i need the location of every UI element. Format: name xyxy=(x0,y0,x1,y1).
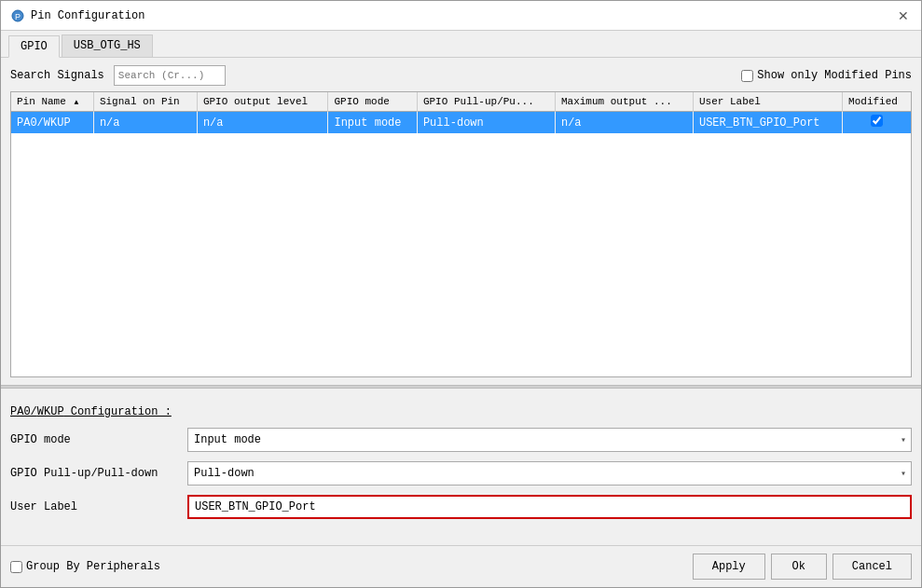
modified-checkbox[interactable] xyxy=(871,115,883,127)
gpio-mode-select-wrapper: Input modeOutput Push PullOutput Open Dr… xyxy=(187,428,912,452)
content-area: Search Signals Show only Modified Pins P… xyxy=(1,58,921,545)
svg-text:P: P xyxy=(15,12,21,21)
table-cell-modified xyxy=(843,112,911,134)
bottom-bar: Group By Peripherals Apply Ok Cancel xyxy=(1,545,921,587)
config-section: PA0/WKUP Configuration : GPIO mode Input… xyxy=(10,396,912,538)
gpio-mode-label: GPIO mode xyxy=(10,433,178,446)
col-output-level: GPIO output level xyxy=(197,92,328,112)
tab-gpio[interactable]: GPIO xyxy=(8,35,60,58)
cancel-button[interactable]: Cancel xyxy=(833,554,912,580)
apply-button[interactable]: Apply xyxy=(693,554,765,580)
show-modified-checkbox[interactable] xyxy=(741,70,753,82)
search-input-wrapper xyxy=(114,65,226,86)
title-bar: P Pin Configuration ✕ xyxy=(1,1,921,31)
col-user-label: User Label xyxy=(693,92,842,112)
gpio-pull-select[interactable]: No pull-up and no pull-downPull-upPull-d… xyxy=(187,461,912,485)
ok-button[interactable]: Ok xyxy=(771,554,827,580)
table-header-row: Pin Name ▲ Signal on Pin GPIO output lev… xyxy=(11,92,911,112)
table-cell-col-5: n/a xyxy=(555,112,693,134)
config-gpio-pull-row: GPIO Pull-up/Pull-down No pull-up and no… xyxy=(10,461,912,485)
show-modified-text: Show only Modified Pins xyxy=(757,69,912,82)
search-input[interactable] xyxy=(118,70,221,81)
search-label: Search Signals xyxy=(10,69,104,82)
config-gpio-mode-row: GPIO mode Input modeOutput Push PullOutp… xyxy=(10,428,912,452)
section-divider xyxy=(1,385,921,389)
col-pull: GPIO Pull-up/Pu... xyxy=(417,92,555,112)
config-user-label-row: User Label xyxy=(10,495,912,519)
user-label-input[interactable] xyxy=(187,495,912,519)
col-modified: Modified xyxy=(843,92,911,112)
title-bar-left: P Pin Configuration xyxy=(10,8,144,23)
col-pin-name: Pin Name ▲ xyxy=(11,92,93,112)
tab-usb-otg-hs[interactable]: USB_OTG_HS xyxy=(62,34,153,57)
table-cell-col-4: Pull-down xyxy=(417,112,555,134)
col-gpio-mode: GPIO mode xyxy=(328,92,417,112)
search-section: Search Signals Show only Modified Pins xyxy=(10,65,912,86)
pin-table: Pin Name ▲ Signal on Pin GPIO output lev… xyxy=(11,92,911,133)
table-row[interactable]: PA0/WKUPn/an/aInput modePull-downn/aUSER… xyxy=(11,112,911,134)
table-container: Pin Name ▲ Signal on Pin GPIO output lev… xyxy=(10,91,912,377)
gpio-pull-select-wrapper: No pull-up and no pull-downPull-upPull-d… xyxy=(187,461,912,485)
col-max-output: Maximum output ... xyxy=(555,92,693,112)
tabs-bar: GPIO USB_OTG_HS xyxy=(1,31,921,58)
sort-arrow: ▲ xyxy=(74,98,78,106)
gpio-mode-select[interactable]: Input modeOutput Push PullOutput Open Dr… xyxy=(187,428,912,452)
pin-icon: P xyxy=(10,8,25,23)
table-cell-col-3: Input mode xyxy=(328,112,417,134)
group-by-peripherals-checkbox[interactable] xyxy=(10,561,22,573)
close-button[interactable]: ✕ xyxy=(895,7,912,24)
bottom-buttons: Apply Ok Cancel xyxy=(693,554,912,580)
gpio-pull-label: GPIO Pull-up/Pull-down xyxy=(10,467,178,480)
user-label-label: User Label xyxy=(10,500,178,513)
col-signal: Signal on Pin xyxy=(93,92,197,112)
table-cell-col-2: n/a xyxy=(197,112,328,134)
group-by-peripherals-label: Group By Peripherals xyxy=(10,560,160,573)
table-cell-col-6: USER_BTN_GPIO_Port xyxy=(693,112,842,134)
show-modified-label: Show only Modified Pins xyxy=(741,69,912,82)
table-cell-col-1: n/a xyxy=(93,112,197,134)
pin-configuration-window: P Pin Configuration ✕ GPIO USB_OTG_HS Se… xyxy=(0,0,922,588)
table-cell-col-0: PA0/WKUP xyxy=(11,112,93,134)
config-title-text: PA0/WKUP Configuration : xyxy=(10,405,172,418)
window-title: Pin Configuration xyxy=(31,9,144,22)
group-by-peripherals-text: Group By Peripherals xyxy=(26,560,160,573)
config-title: PA0/WKUP Configuration : xyxy=(10,405,912,418)
